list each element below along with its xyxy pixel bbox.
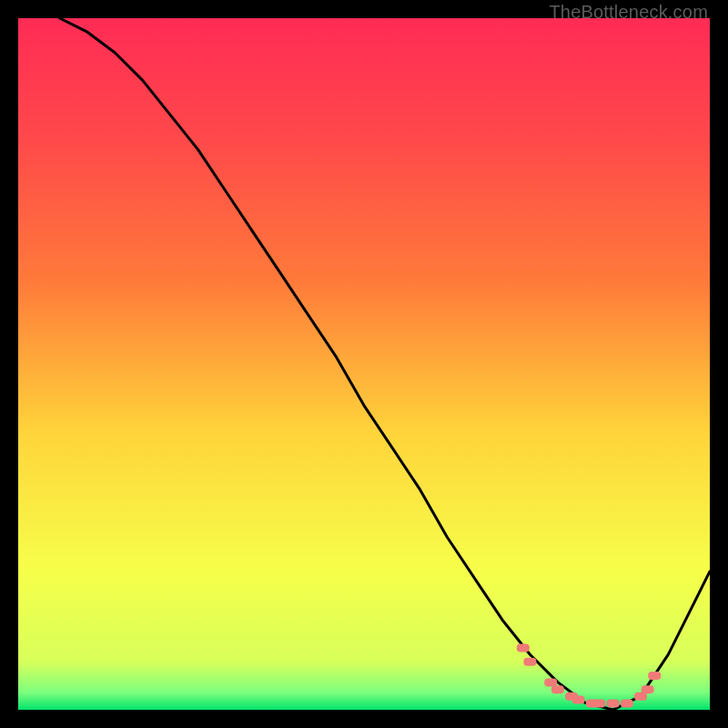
chart-frame <box>18 18 710 710</box>
gradient-background <box>18 18 710 710</box>
